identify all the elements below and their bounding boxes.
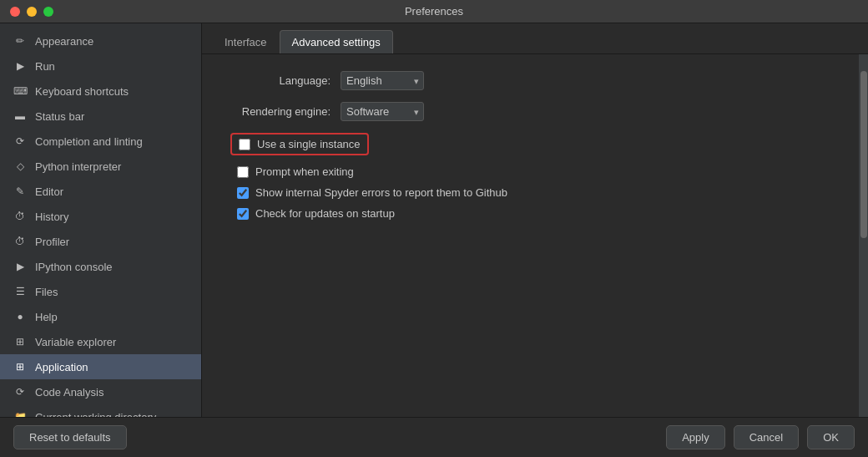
sidebar-label-appearance: Appearance — [35, 35, 93, 48]
window-controls — [10, 7, 53, 17]
sidebar-item-python-interpreter[interactable]: ◇Python interpreter — [0, 154, 201, 179]
sidebar-item-application[interactable]: ⊞Application — [0, 354, 201, 379]
checkbox-row-prompt-exiting: Prompt when exiting — [237, 165, 838, 178]
checkbox-label-prompt-exiting[interactable]: Prompt when exiting — [255, 165, 354, 178]
sidebar-label-completion-linting: Completion and linting — [35, 135, 143, 148]
sidebar-item-history[interactable]: ⏱History — [0, 204, 201, 229]
rendering-engine-row: Rendering engine: SoftwareOpenGLAuto — [222, 102, 838, 121]
checkbox-row-show-errors: Show internal Spyder errors to report th… — [237, 186, 838, 199]
sidebar-icon-completion-linting: ⟳ — [13, 135, 27, 148]
ok-button[interactable]: OK — [807, 425, 855, 449]
window-title: Preferences — [405, 5, 463, 18]
sidebar-label-code-analysis: Code Analysis — [35, 386, 103, 399]
sidebar-icon-keyboard-shortcuts: ⌨ — [13, 84, 27, 98]
rendering-engine-label: Rendering engine: — [222, 105, 331, 118]
tabs-bar: InterfaceAdvanced settings — [202, 23, 868, 54]
checkbox-prompt-exiting[interactable] — [237, 166, 249, 178]
minimize-button[interactable] — [27, 7, 37, 17]
sidebar-item-editor[interactable]: ✎Editor — [0, 179, 201, 204]
sidebar-item-completion-linting[interactable]: ⟳Completion and linting — [0, 129, 201, 154]
sidebar-label-run: Run — [35, 60, 55, 73]
sidebar-label-variable-explorer: Variable explorer — [35, 336, 116, 348]
sidebar-item-keyboard-shortcuts[interactable]: ⌨Keyboard shortcuts — [0, 79, 201, 104]
checkbox-single-instance[interactable] — [239, 139, 250, 150]
sidebar-label-help: Help — [35, 311, 58, 323]
checkbox-show-errors[interactable] — [237, 187, 249, 199]
checkbox-label-single-instance[interactable]: Use a single instance — [257, 138, 361, 150]
sidebar-label-current-working-directory: Current working directory — [35, 411, 156, 418]
sidebar-icon-current-working-directory: 📁 — [13, 410, 27, 417]
sidebar-icon-status-bar: ▬ — [13, 109, 27, 123]
sidebar-icon-application: ⊞ — [13, 360, 27, 373]
sidebar-label-files: Files — [35, 286, 58, 298]
close-button[interactable] — [10, 7, 20, 17]
sidebar: ✏Appearance▶Run⌨Keyboard shortcuts▬Statu… — [0, 23, 202, 417]
scrollbar-thumb — [860, 71, 867, 238]
bottom-bar: Reset to defaults Apply Cancel OK — [0, 417, 868, 457]
sidebar-label-history: History — [35, 211, 68, 223]
sidebar-item-variable-explorer[interactable]: ⊞Variable explorer — [0, 329, 201, 354]
content-area: InterfaceAdvanced settings Language: Eng… — [202, 23, 868, 417]
cancel-button[interactable]: Cancel — [734, 425, 799, 449]
checkbox-row-check-updates: Check for updates on startup — [237, 207, 838, 220]
sidebar-item-profiler[interactable]: ⏱Profiler — [0, 229, 201, 254]
sidebar-item-current-working-directory[interactable]: 📁Current working directory — [0, 404, 201, 417]
sidebar-item-status-bar[interactable]: ▬Status bar — [0, 104, 201, 129]
sidebar-icon-variable-explorer: ⊞ — [13, 335, 27, 348]
sidebar-label-editor: Editor — [35, 185, 63, 198]
action-buttons: Apply Cancel OK — [666, 425, 855, 449]
checkbox-check-updates[interactable] — [237, 208, 249, 220]
sidebar-label-status-bar: Status bar — [35, 110, 84, 123]
tab-interface[interactable]: Interface — [212, 30, 280, 53]
sidebar-icon-ipython-console: ▶ — [13, 260, 27, 273]
sidebar-icon-history: ⏱ — [13, 210, 27, 223]
sidebar-item-files[interactable]: ☰Files — [0, 279, 201, 304]
scrollbar-track[interactable] — [858, 54, 868, 417]
sidebar-label-profiler: Profiler — [35, 236, 69, 248]
sidebar-label-python-interpreter: Python interpreter — [35, 160, 121, 173]
sidebar-label-application: Application — [35, 361, 88, 373]
sidebar-icon-help: ● — [13, 310, 27, 323]
rendering-engine-select[interactable]: SoftwareOpenGLAuto — [341, 102, 424, 121]
sidebar-item-run[interactable]: ▶Run — [0, 53, 201, 79]
checkboxes-container: Use a single instancePrompt when exiting… — [222, 133, 838, 220]
tab-advanced-settings[interactable]: Advanced settings — [280, 30, 393, 53]
rendering-engine-select-wrapper: SoftwareOpenGLAuto — [341, 102, 424, 121]
sidebar-item-ipython-console[interactable]: ▶IPython console — [0, 254, 201, 279]
sidebar-icon-appearance: ✏ — [13, 34, 27, 48]
reset-defaults-button[interactable]: Reset to defaults — [13, 425, 127, 449]
checkbox-label-check-updates[interactable]: Check for updates on startup — [255, 207, 395, 220]
language-row: Language: EnglishSpanishFrenchGerman — [222, 71, 838, 90]
maximize-button[interactable] — [43, 7, 53, 17]
sidebar-icon-run: ▶ — [13, 59, 27, 73]
apply-button[interactable]: Apply — [666, 425, 725, 449]
sidebar-icon-code-analysis: ⟳ — [13, 385, 27, 399]
checkbox-row-single-instance: Use a single instance — [230, 133, 369, 155]
sidebar-icon-files: ☰ — [13, 285, 27, 298]
sidebar-icon-python-interpreter: ◇ — [13, 160, 27, 173]
main-container: ✏Appearance▶Run⌨Keyboard shortcuts▬Statu… — [0, 23, 868, 417]
checkbox-label-show-errors[interactable]: Show internal Spyder errors to report th… — [255, 186, 507, 199]
title-bar: Preferences — [0, 0, 868, 23]
language-label: Language: — [222, 74, 331, 87]
sidebar-item-appearance[interactable]: ✏Appearance — [0, 28, 201, 53]
settings-content: Language: EnglishSpanishFrenchGerman Ren… — [202, 54, 858, 417]
sidebar-label-keyboard-shortcuts: Keyboard shortcuts — [35, 85, 129, 98]
sidebar-label-ipython-console: IPython console — [35, 261, 113, 273]
sidebar-icon-profiler: ⏱ — [13, 235, 27, 248]
language-select-wrapper: EnglishSpanishFrenchGerman — [341, 71, 424, 90]
sidebar-item-help[interactable]: ●Help — [0, 304, 201, 329]
sidebar-icon-editor: ✎ — [13, 185, 27, 198]
sidebar-item-code-analysis[interactable]: ⟳Code Analysis — [0, 379, 201, 404]
language-select[interactable]: EnglishSpanishFrenchGerman — [341, 71, 424, 90]
